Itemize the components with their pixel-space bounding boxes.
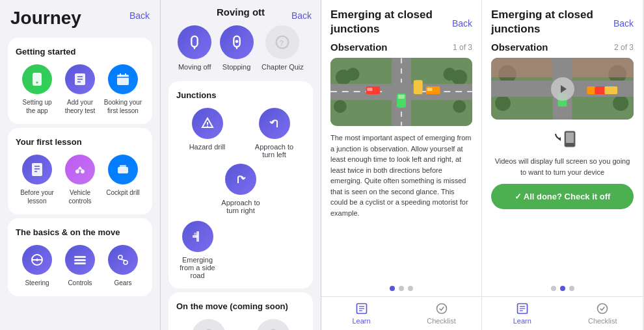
check-it-off-button[interactable]: ✓ All done? Check it off bbox=[491, 184, 634, 209]
svg-rect-24 bbox=[74, 262, 86, 264]
svg-point-14 bbox=[75, 170, 79, 173]
svg-rect-23 bbox=[74, 259, 86, 261]
dots-4 bbox=[482, 281, 643, 296]
bottom-tabs-4: Learn Checklist bbox=[482, 296, 643, 330]
panel4-title: Emerging at closed junctions bbox=[491, 8, 602, 36]
svg-point-90 bbox=[598, 304, 608, 314]
list-item[interactable]: Add your theory test bbox=[60, 64, 100, 115]
emerging-side-icon bbox=[182, 221, 213, 252]
list-item[interactable]: Vehicle controls bbox=[60, 155, 100, 205]
svg-point-47 bbox=[347, 68, 360, 81]
vehicle-controls-label: Vehicle controls bbox=[60, 188, 100, 205]
controls-icon bbox=[65, 245, 95, 275]
book-icon-4 bbox=[516, 302, 529, 315]
svg-point-26 bbox=[124, 260, 127, 264]
gears-label: Gears bbox=[114, 279, 131, 287]
tab-checklist-4[interactable]: Checklist bbox=[563, 297, 643, 330]
stopping-soon-icon bbox=[256, 319, 290, 330]
getting-started-items: Setting up the app Add your theory test … bbox=[16, 64, 144, 115]
basics-items: Steering Controls Gears bbox=[16, 245, 144, 287]
vehicle-controls-icon bbox=[65, 155, 95, 184]
obs-count-3: 1 of 3 bbox=[453, 43, 472, 52]
setting-up-label: Setting up the app bbox=[18, 98, 57, 115]
obs-count-4: 2 of 3 bbox=[614, 43, 634, 52]
list-item[interactable]: Booking your first lesson bbox=[103, 64, 142, 115]
svg-point-73 bbox=[495, 95, 511, 111]
video-thumbnail[interactable] bbox=[491, 58, 634, 120]
list-item[interactable]: Moving off bbox=[192, 319, 226, 330]
obs-title-3: Observation bbox=[330, 42, 388, 53]
basics-card: The basics & on the move Steering Contro… bbox=[8, 218, 152, 296]
list-item[interactable]: Gears bbox=[103, 245, 142, 287]
svg-text:?: ? bbox=[280, 38, 284, 47]
svg-point-69 bbox=[436, 304, 446, 314]
svg-rect-28 bbox=[192, 36, 198, 47]
first-lesson-items: Before your lesson Vehicle controls Cock… bbox=[16, 155, 144, 205]
roving-title: Roving ott bbox=[217, 6, 265, 18]
svg-rect-59 bbox=[398, 95, 405, 99]
panel1-header: Journey Back bbox=[0, 0, 160, 34]
roving-panel: Roving ott Back Moving off Stopping ? Ch… bbox=[161, 0, 321, 330]
first-lesson-card: Your first lesson Before your lesson Veh… bbox=[8, 128, 152, 214]
setting-up-icon bbox=[22, 64, 52, 94]
list-item[interactable]: Setting up the app bbox=[18, 64, 57, 115]
chapter-quiz-label: Chapter Quiz bbox=[262, 63, 304, 71]
panel4-back-button[interactable]: Back bbox=[613, 16, 634, 29]
svg-point-49 bbox=[443, 68, 456, 81]
svg-marker-82 bbox=[561, 85, 567, 93]
booking-label: Booking your first lesson bbox=[103, 98, 142, 115]
svg-point-19 bbox=[36, 259, 38, 261]
list-item[interactable]: Approach to turn left bbox=[253, 108, 295, 159]
svg-rect-38 bbox=[193, 235, 198, 238]
play-button[interactable] bbox=[551, 77, 574, 101]
list-item[interactable]: Before your lesson bbox=[18, 155, 57, 205]
tab-learn-label-4: Learn bbox=[513, 317, 531, 325]
turn-left-icon bbox=[259, 108, 290, 139]
svg-point-39 bbox=[194, 233, 196, 235]
svg-rect-84 bbox=[566, 133, 574, 143]
book-icon bbox=[355, 302, 368, 315]
before-lesson-icon bbox=[22, 155, 52, 184]
panel3-back-button[interactable]: Back bbox=[452, 16, 472, 29]
list-item[interactable]: ? Chapter Quiz bbox=[262, 25, 304, 71]
roving-back-button[interactable]: Back bbox=[291, 8, 312, 21]
dot-2 bbox=[399, 286, 404, 291]
svg-rect-62 bbox=[427, 88, 433, 91]
list-item[interactable]: Emerging from a side road bbox=[176, 221, 219, 279]
dot-4-2 bbox=[560, 286, 565, 291]
fullscreen-text: Videos will display full screen so you g… bbox=[491, 156, 634, 177]
dot-4-1 bbox=[551, 286, 556, 291]
junction-items-row: Hazard drill Approach to turn left Appro… bbox=[176, 108, 305, 214]
dot-3 bbox=[408, 286, 413, 291]
list-item[interactable]: Hazard drill bbox=[186, 108, 228, 159]
svg-point-15 bbox=[81, 170, 85, 173]
svg-rect-6 bbox=[117, 75, 129, 85]
list-item[interactable]: Approach to turn right bbox=[220, 164, 262, 214]
dots-3 bbox=[321, 281, 481, 296]
tab-learn-3[interactable]: Learn bbox=[321, 297, 401, 330]
svg-line-27 bbox=[120, 259, 126, 260]
svg-rect-10 bbox=[32, 163, 42, 176]
svg-point-25 bbox=[118, 255, 122, 259]
tab-learn-4[interactable]: Learn bbox=[482, 297, 563, 330]
gears-icon bbox=[108, 245, 138, 275]
list-item[interactable]: Steering bbox=[18, 245, 57, 287]
roving-header: Roving ott Back bbox=[161, 0, 321, 21]
on-the-move-items: Moving off Stopping bbox=[176, 319, 305, 330]
list-item[interactable]: Controls bbox=[60, 245, 100, 287]
moving-off-label: Moving off bbox=[178, 63, 211, 71]
turn-left-label: Approach to turn left bbox=[253, 143, 295, 159]
svg-rect-17 bbox=[120, 165, 126, 168]
junctions-card: Junctions Hazard drill Approach to turn … bbox=[168, 81, 313, 288]
list-item[interactable]: Stopping bbox=[256, 319, 290, 330]
list-item[interactable]: Stopping bbox=[220, 25, 254, 71]
journey-panel: Journey Back Getting started Setting up … bbox=[0, 0, 161, 330]
panel4-header: Emerging at closed junctions Back bbox=[482, 0, 643, 42]
checklist-icon bbox=[435, 302, 448, 315]
list-item[interactable]: Moving off bbox=[178, 25, 211, 71]
list-item[interactable]: Cockpit drill bbox=[103, 155, 142, 197]
journey-back-button[interactable]: Back bbox=[129, 8, 150, 21]
before-lesson-label: Before your lesson bbox=[18, 188, 57, 205]
hazard-drill-label: Hazard drill bbox=[189, 143, 226, 151]
tab-checklist-3[interactable]: Checklist bbox=[401, 297, 481, 330]
